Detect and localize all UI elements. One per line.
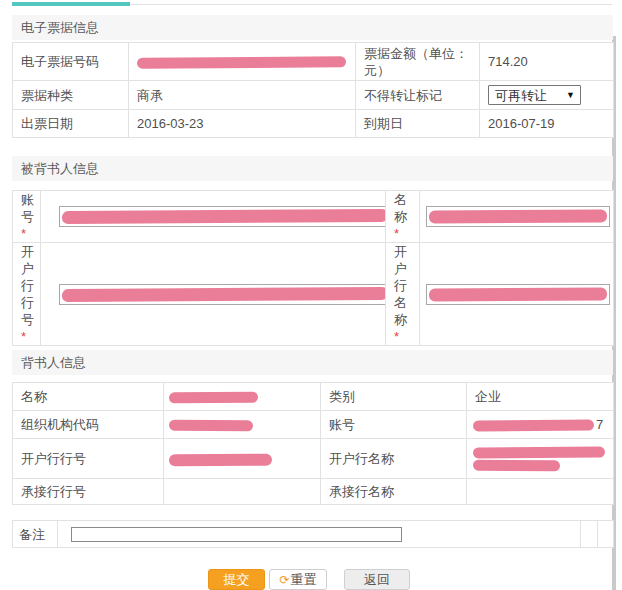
endorser-name-value — [164, 383, 321, 411]
redaction-mark — [137, 56, 346, 68]
required-mark: * — [394, 226, 399, 241]
endorser-account-visible-digit: 7 — [596, 417, 603, 432]
issue-date-value: 2016-03-23 — [129, 110, 356, 138]
redaction-mark — [169, 420, 253, 432]
section-title-bill-info: 电子票据信息 — [12, 15, 613, 40]
bill-number-label: 电子票据号码 — [13, 43, 129, 81]
accepting-bank-name-label: 承接行名称 — [321, 479, 467, 505]
endorser-info-table: 名称 类别 企业 组织机构代码 账号 7 开户行行号 开户行名称 承接行行号 — [12, 382, 614, 505]
endorser-bank-name-value — [467, 439, 614, 479]
accepting-bank-number-value — [164, 479, 321, 505]
redaction-mark — [473, 459, 560, 471]
redaction-mark — [169, 392, 258, 404]
due-date-value: 2016-07-19 — [480, 110, 614, 138]
active-tab-underline — [12, 2, 130, 6]
redaction-mark — [62, 286, 386, 301]
due-date-label: 到期日 — [356, 110, 480, 138]
endorser-category-value: 企业 — [467, 383, 614, 411]
endorsee-bank-number-label: 开户行行号* — [13, 243, 41, 346]
remark-table: 备注 — [12, 520, 614, 548]
endorser-account-value: 7 — [467, 411, 614, 439]
section-title-endorsee-info: 被背书人信息 — [12, 156, 613, 181]
bill-type-label: 票据种类 — [13, 81, 129, 110]
required-mark: * — [21, 329, 26, 344]
endorsee-bank-name-input[interactable] — [426, 284, 610, 305]
transfer-flag-label: 不得转让标记 — [356, 81, 480, 110]
reset-button-label: 重置 — [291, 572, 317, 587]
endorser-bank-number-value — [164, 439, 321, 479]
required-mark: * — [394, 329, 399, 344]
bill-number-value — [129, 43, 356, 81]
endorsee-name-label: 名称* — [386, 191, 420, 243]
remark-spacer-cell — [581, 521, 598, 548]
required-mark: * — [21, 226, 26, 241]
endorser-bank-name-label: 开户行名称 — [321, 439, 467, 479]
redaction-mark — [473, 446, 605, 458]
endorsee-info-table: 账号* 名称* 开户行行号* 开户行名称* — [12, 190, 614, 346]
endorser-org-code-value — [164, 411, 321, 439]
endorser-org-code-label: 组织机构代码 — [13, 411, 164, 439]
endorser-category-label: 类别 — [321, 383, 467, 411]
section-title-endorser-info: 背书人信息 — [12, 350, 613, 375]
endorsee-bank-name-label: 开户行名称* — [386, 243, 420, 346]
endorser-bank-number-label: 开户行行号 — [13, 439, 164, 479]
bill-type-value: 商承 — [129, 81, 356, 110]
endorser-name-label: 名称 — [13, 383, 164, 411]
redaction-mark — [169, 453, 272, 466]
endorsee-account-label: 账号* — [13, 191, 41, 243]
transfer-flag-selected-option: 可再转让 — [495, 87, 547, 104]
chevron-down-icon: ▼ — [566, 87, 575, 104]
redaction-mark — [429, 287, 607, 301]
remark-input[interactable] — [71, 527, 402, 542]
reset-icon: ⟳ — [279, 573, 289, 587]
endorser-account-label: 账号 — [321, 411, 467, 439]
issue-date-label: 出票日期 — [13, 110, 129, 138]
back-button[interactable]: 返回 — [344, 569, 410, 590]
remark-spacer-cell — [598, 521, 614, 548]
endorsee-name-input[interactable] — [426, 206, 610, 227]
remark-label: 备注 — [13, 521, 58, 548]
bill-amount-label: 票据金额（单位：元） — [356, 43, 480, 81]
endorsee-account-input[interactable] — [59, 206, 386, 227]
reset-button[interactable]: ⟳重置 — [269, 569, 327, 590]
accepting-bank-number-label: 承接行行号 — [13, 479, 164, 505]
accepting-bank-name-value — [467, 479, 614, 505]
endorsee-bank-number-input[interactable] — [59, 284, 386, 305]
bill-amount-value: 714.20 — [480, 43, 614, 81]
bill-info-table: 电子票据号码 票据金额（单位：元） 714.20 票据种类 商承 不得转让标记 … — [12, 42, 614, 138]
redaction-mark — [473, 420, 594, 432]
transfer-flag-select[interactable]: 可再转让 ▼ — [488, 85, 581, 105]
redaction-mark — [429, 209, 607, 223]
submit-button[interactable]: 提交 — [208, 569, 265, 590]
redaction-mark — [62, 209, 386, 224]
